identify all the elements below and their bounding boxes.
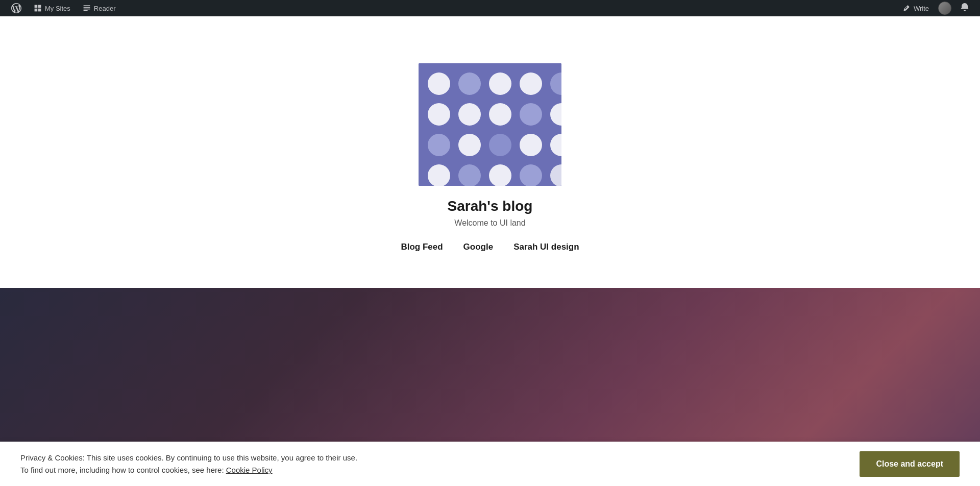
svg-rect-3 [38, 9, 41, 12]
wordpress-logo-link[interactable] [6, 0, 27, 16]
wordpress-logo-icon [11, 3, 21, 13]
reader-icon [83, 4, 91, 12]
svg-rect-7 [83, 10, 87, 11]
reader-link[interactable]: Reader [78, 0, 121, 16]
svg-rect-5 [83, 7, 90, 8]
nav-blog-feed[interactable]: Blog Feed [401, 242, 443, 252]
close-and-accept-button[interactable]: Close and accept [860, 451, 960, 477]
my-sites-link[interactable]: My Sites [29, 0, 76, 16]
svg-point-11 [489, 72, 511, 95]
cookie-banner: Privacy & Cookies: This site uses cookie… [0, 442, 980, 486]
svg-rect-1 [38, 5, 41, 8]
svg-rect-0 [35, 5, 38, 8]
svg-point-15 [458, 103, 481, 126]
site-logo [419, 63, 561, 186]
svg-point-26 [489, 164, 511, 186]
write-icon [902, 4, 911, 12]
my-sites-label: My Sites [45, 5, 70, 12]
cookie-policy-link[interactable]: Cookie Policy [226, 466, 273, 474]
svg-point-19 [428, 134, 450, 156]
site-title: Sarah's blog [448, 198, 533, 214]
site-navigation: Blog Feed Google Sarah UI design [401, 242, 579, 252]
svg-point-17 [520, 103, 542, 126]
cookie-text: Privacy & Cookies: This site uses cookie… [20, 452, 357, 476]
nav-sarah-ui-design[interactable]: Sarah UI design [513, 242, 579, 252]
svg-rect-2 [35, 9, 38, 12]
write-button[interactable]: Write [897, 0, 934, 16]
cookie-more-info: To find out more, including how to contr… [20, 466, 224, 474]
svg-point-25 [458, 164, 481, 186]
svg-point-9 [428, 72, 450, 95]
svg-point-12 [520, 72, 542, 95]
admin-bar: My Sites Reader Write [0, 0, 980, 16]
svg-point-22 [520, 134, 542, 156]
svg-point-24 [428, 164, 450, 186]
svg-point-21 [489, 134, 511, 156]
svg-point-27 [520, 164, 542, 186]
svg-point-14 [428, 103, 450, 126]
bell-icon[interactable] [955, 2, 974, 15]
svg-rect-4 [83, 5, 90, 6]
grid-icon [34, 4, 42, 12]
cookie-message: Privacy & Cookies: This site uses cookie… [20, 453, 357, 462]
svg-point-16 [489, 103, 511, 126]
admin-bar-right: Write [897, 0, 974, 16]
nav-google[interactable]: Google [463, 242, 494, 252]
logo-svg [419, 63, 561, 186]
admin-bar-left: My Sites Reader [6, 0, 120, 16]
svg-point-20 [458, 134, 481, 156]
write-label: Write [914, 5, 929, 12]
svg-rect-6 [83, 9, 90, 10]
svg-point-10 [458, 72, 481, 95]
site-tagline: Welcome to UI land [454, 218, 525, 228]
reader-label: Reader [94, 5, 116, 12]
avatar[interactable] [938, 2, 951, 15]
main-content: Sarah's blog Welcome to UI land Blog Fee… [0, 33, 980, 288]
